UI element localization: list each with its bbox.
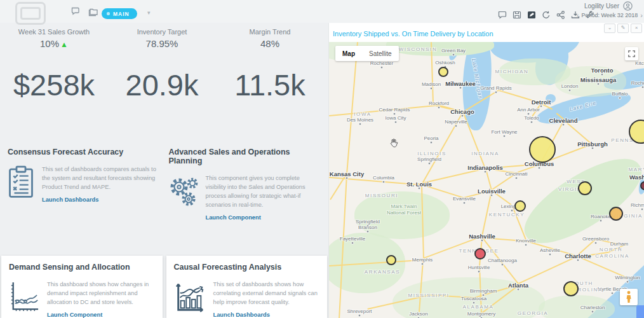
map-city-dot [461,114,464,118]
panel-collapse-button[interactable]: ⌄ [604,24,615,33]
map-city-dot [600,219,603,223]
map-label: Cincinnati [505,171,527,177]
line-chart-icon [9,280,39,314]
map-city-dot [597,83,600,86]
map-label: Buffalo [612,91,628,97]
map-city-dot [515,177,518,180]
map-city-dot [438,106,441,109]
pegman-control[interactable] [620,289,638,305]
map-label: Rochester [631,80,644,86]
map-label: Jackson [409,311,427,317]
panel-edit-button[interactable]: ✎ [617,24,629,33]
card-consensus-forecast-accuracy: Consensus Forecast Accuracy This set of … [8,148,160,222]
map-label: Chattanooga [488,258,517,263]
map-city-dot [459,86,462,90]
map-marker-yellow[interactable] [578,181,592,195]
launch-dashboards-link[interactable]: Launch Dashboards [213,312,270,318]
road-line [330,175,346,200]
grab-cursor-icon [389,137,399,150]
kpi-sales-growth: Week 31 Sales Growth 10%▲ $258k [0,28,108,100]
period-prev-button[interactable]: ‹ [577,12,579,18]
kpi-label: Margin Trend [216,28,324,36]
map-label: Fort Wayne [491,129,517,135]
card-advanced-sop: Advanced Sales and Operations Planning T… [169,148,321,222]
map-marker-yellow[interactable] [529,136,556,163]
map-marker-yellow[interactable] [386,255,396,265]
launch-component-link[interactable]: Launch Component [47,312,102,318]
map-city-dot [380,66,384,69]
map-city-dot [418,187,421,190]
map-city-dot [549,253,552,256]
map-city-dot [530,121,533,124]
map-city-dot [490,194,493,197]
map-label: MICHIGAN [495,69,529,74]
map-label: Roanoke [591,214,611,219]
map-type-satellite-button[interactable]: Satellite [362,46,399,61]
share-icon[interactable] [556,11,565,19]
map-label: Charleston [580,305,605,310]
map-label: WISCONSIN [399,46,438,52]
map-label: MISSISSIPPI [408,293,449,298]
period-next-button[interactable]: › [640,12,643,18]
card-title: Advanced Sales and Operations Planning [169,148,321,165]
map-marker-yellow[interactable] [514,200,526,212]
map-city-dot [611,292,614,295]
map-label: Cedar Rapids [379,107,410,113]
map-city-dot [501,263,504,266]
map-marker-orange[interactable] [609,207,623,221]
map-marker-yellow[interactable] [438,67,448,77]
map-label: CAROLINA [595,253,629,259]
kpi-label: Inventory Target [108,28,216,36]
map-city-dot [525,244,528,247]
map-city-dot [484,170,487,174]
main-view-button[interactable]: MAIN [102,8,137,19]
map-city-dot [568,89,572,92]
edit-note-icon[interactable] [527,11,536,19]
save-icon[interactable] [513,11,521,19]
map-canvas[interactable]: WISCONSINGreen BayRochesterOshkoshMadiso… [329,42,644,318]
map-label: Columbia [373,175,394,181]
map-city-dot [430,87,433,90]
user-avatar-icon [623,1,633,11]
map-label: Grand Rapids [480,85,511,91]
launch-dashboards-link[interactable]: Launch Dashboards [42,197,98,203]
map-label: National Forest [387,210,421,216]
card-title: Demand Sensing and Allocation [9,263,155,272]
map-city-dot [641,86,644,89]
map-label: Washington [629,174,644,181]
map-city-dot [428,162,431,165]
map-extra-control[interactable] [636,305,644,318]
gears-icon [169,174,198,207]
map-label: NORTH [600,247,622,252]
trend-up-icon: ▲ [60,40,68,49]
launch-component-link[interactable]: Launch Component [206,214,261,221]
map-city-dot [591,310,594,314]
map-city-dot [382,181,386,184]
fullscreen-button[interactable] [625,47,638,60]
refresh-icon[interactable] [542,11,551,19]
map-label: IOWA [354,111,371,117]
pegman-icon [625,291,633,303]
map-label: Asheville [540,247,560,253]
map-panel: Inventory Shipped vs. On Time Delivery b… [328,23,644,318]
map-marker-red[interactable] [474,248,486,259]
period-label: Period: Week 32 2018 [581,12,638,18]
user-menu[interactable]: Logility User [584,1,633,11]
card-description: This set of dashboards compares actuals … [42,165,160,192]
chat-bubbles-icon[interactable] [71,7,82,17]
top-bar: ⋮ MAIN ▾ Logility User [0,0,644,23]
map-label: Memphis [412,257,433,263]
app-logo[interactable] [15,2,46,25]
map-label: INDIANA [471,151,499,156]
card-description: This component gives you complete visibi… [206,174,321,210]
map-type-map-button[interactable]: Map [335,46,362,61]
map-label: Shreveport [347,308,372,314]
main-pill-label: MAIN [113,11,130,17]
panel-close-button[interactable]: × [631,24,642,33]
comment-icon[interactable] [498,11,507,19]
map-marker-yellow[interactable] [563,281,579,296]
folders-icon[interactable] [88,8,99,17]
info-cards-row: Consensus Forecast Accuracy This set of … [0,148,328,222]
kpi-value: 10%▲ [0,38,108,49]
main-dropdown-caret-icon[interactable]: ▾ [147,10,151,16]
